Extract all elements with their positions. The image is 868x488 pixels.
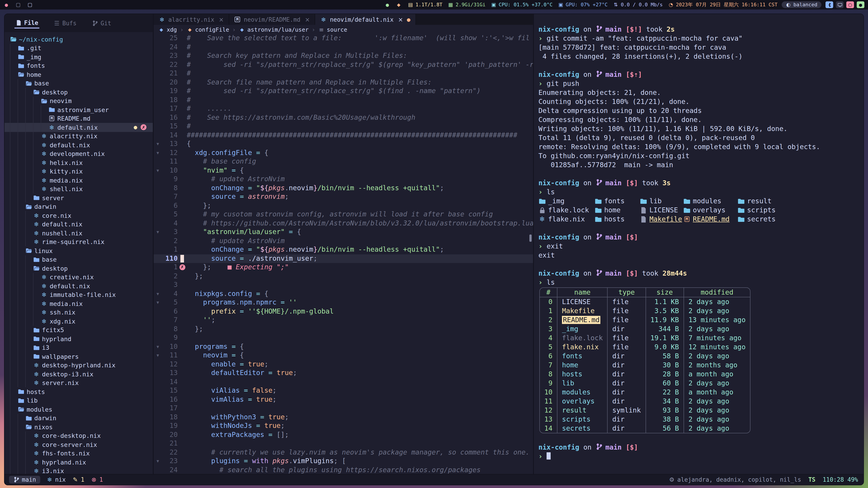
editor-line[interactable]: 12 enable = true;: [154, 360, 533, 369]
dot-icon[interactable]: ●: [384, 2, 390, 7]
editor-line[interactable]: ▾5 programs.npm.npmrc = '': [154, 298, 533, 307]
editor-line[interactable]: ▾3 "astronvim/lua/user" = {: [154, 228, 533, 236]
tree-item-nixos[interactable]: nixos: [4, 422, 153, 431]
explorer-tree[interactable]: ~/nix-config.git_imgfontshomebasedesktop…: [4, 32, 153, 474]
breadcrumb-segment[interactable]: ≡source: [318, 26, 347, 33]
editor-line[interactable]: 7 '';: [154, 316, 533, 325]
editor-line[interactable]: 16 vimAlias = true;: [154, 395, 533, 404]
tree-item-darwin[interactable]: darwin: [4, 202, 153, 211]
editor-line[interactable]: 22# sed -ri "s/pattern_str/replace_str/g…: [154, 60, 533, 69]
fold-chevron-icon[interactable]: ▾: [154, 298, 162, 307]
tree-item-rime-squirrel.nix[interactable]: ❄rime-squirrel.nix: [4, 237, 153, 246]
editor-line[interactable]: ▾4 nixpkgs.config = {: [154, 289, 533, 298]
editor-line[interactable]: 15#: [154, 122, 533, 131]
module-cpu[interactable]: ▣CPU: 01.5% +37.0°C: [491, 1, 553, 8]
editor-line[interactable]: 19 withNodeJs = true;: [154, 422, 533, 430]
tree-item-neovim[interactable]: neovim: [4, 96, 153, 105]
editor-line[interactable]: 110 source = ./astronvim_user;: [154, 254, 533, 263]
tree-item-desktop[interactable]: desktop: [4, 88, 153, 96]
editor-line[interactable]: 17# ......: [154, 104, 533, 113]
explorer-tab-git[interactable]: Git: [91, 18, 112, 28]
tree-item-shell.nix[interactable]: ❄shell.nix: [4, 185, 153, 193]
fold-chevron-icon[interactable]: ▾: [154, 228, 162, 236]
editor-line[interactable]: 19# sed -ri "s/pattern_str/replace_str/g…: [154, 87, 533, 96]
tree-item-development.nix[interactable]: ❄development.nix: [4, 149, 153, 158]
fold-chevron-icon[interactable]: ▾: [154, 289, 162, 298]
tree-item-desktop-i3.nix[interactable]: ❄desktop-i3.nix: [4, 369, 153, 379]
tree-item-linux[interactable]: linux: [4, 246, 153, 255]
tray-dot-button[interactable]: ●: [857, 1, 864, 8]
editor-line[interactable]: 14: [154, 378, 533, 386]
fold-chevron-icon[interactable]: ▾: [154, 140, 162, 149]
tree-item-desktop-hyprland.nix[interactable]: ❄desktop-hyprland.nix: [4, 361, 153, 369]
editor-line[interactable]: 1 onChange = "${pkgs.neovim}/bin/nvim --…: [154, 246, 533, 254]
buffer-tab-neovim/default.nix[interactable]: ❄neovim/default.nix×●: [315, 14, 416, 25]
editor-line[interactable]: 11 # base config: [154, 157, 533, 166]
editor-line[interactable]: 14######################################…: [154, 131, 533, 140]
tree-item-fcitx5[interactable]: fcitx5: [4, 326, 153, 334]
editor-line[interactable]: 15 viAlias = false;: [154, 386, 533, 395]
tree-item-home[interactable]: home: [4, 70, 153, 79]
bluetooth-button[interactable]: [826, 1, 833, 8]
tree-item-base[interactable]: base: [4, 79, 153, 88]
explorer-tab-bufs[interactable]: ☰Bufs: [53, 18, 77, 28]
editor-line[interactable]: 21: [154, 439, 533, 448]
editor-line[interactable]: 4 # https://github.com/AstroNvim/AstroNv…: [154, 219, 533, 228]
tree-item-modules[interactable]: modules: [4, 405, 153, 414]
editor-line[interactable]: ▾10 programs = {: [154, 342, 533, 351]
editor-line[interactable]: 5 # my cusotom astronvim config, astronv…: [154, 210, 533, 219]
editor-line[interactable]: 2 };: [154, 272, 533, 281]
fold-chevron-icon[interactable]: ▾: [154, 149, 162, 157]
tree-item-nushell.nix[interactable]: ❄nushell.nix: [4, 229, 153, 237]
tree-item-fonts[interactable]: fonts: [4, 61, 153, 70]
breadcrumb-segment[interactable]: ◆astronvim/lua/user: [239, 26, 309, 33]
editor-line[interactable]: 25# Save the selected text to a file: ':…: [154, 34, 533, 43]
fold-chevron-icon[interactable]: ▾: [154, 351, 162, 360]
module-datetime[interactable]: ◔2023年 07月 29日 星期六 16:16:11 CST: [668, 1, 778, 8]
tree-item-i3[interactable]: i3: [4, 343, 153, 352]
module-memory[interactable]: ▦2.9Gi/31Gi: [448, 1, 486, 8]
tree-item-core-server.nix[interactable]: ❄core-server.nix: [4, 440, 153, 449]
tree-item-media.nix[interactable]: ❄media.nix: [4, 176, 153, 185]
tree-item-_img[interactable]: _img: [4, 53, 153, 61]
editor-line[interactable]: 6 prefix = ''${HOME}/.npm-global: [154, 307, 533, 316]
editor-line[interactable]: ▾11 neovim = {: [154, 351, 533, 360]
editor-line[interactable]: 8 };: [154, 325, 533, 333]
explorer-tab-file[interactable]: File: [14, 18, 39, 28]
module-gpu[interactable]: ▣GPU: 07% +27°C: [558, 1, 608, 8]
editor-line[interactable]: 17: [154, 404, 533, 413]
close-icon[interactable]: ×: [398, 16, 403, 23]
tree-item-wallpapers[interactable]: wallpapers: [4, 352, 153, 361]
tree-item-ssh.nix[interactable]: ❄ssh.nix: [4, 308, 153, 317]
close-icon[interactable]: ×: [219, 16, 224, 23]
winsq-icon[interactable]: ▢: [27, 2, 33, 8]
tree-item-immutable-file.nix[interactable]: ❄immutable-file.nix: [4, 290, 153, 299]
editor-line[interactable]: 8 onChange = "${pkgs.neovim}/bin/nvim --…: [154, 184, 533, 193]
tree-item-base[interactable]: base: [4, 255, 153, 264]
tree-item-astronvim_user[interactable]: astronvim_user: [4, 105, 153, 114]
breadcrumb-segment[interactable]: ◆configFile: [187, 26, 229, 33]
editor-line[interactable]: 2 # update AstroNvim: [154, 236, 533, 246]
tree-item-~/nix-config[interactable]: ~/nix-config: [4, 35, 153, 43]
fold-chevron-icon[interactable]: ▾: [154, 457, 162, 466]
tree-item-server[interactable]: server: [4, 193, 153, 202]
tree-item-desktop[interactable]: desktop: [4, 264, 153, 273]
editor-line[interactable]: 6 };: [154, 201, 533, 210]
tree-item-xdg.nix[interactable]: ❄xdg.nix: [4, 317, 153, 326]
editor-line[interactable]: 24#: [154, 43, 533, 52]
tree-item-default.nix[interactable]: ❄default.nix●✗: [4, 123, 153, 132]
module-network[interactable]: ⇅0.0 / 0.0 Mb/s: [613, 1, 663, 8]
tree-item-hosts[interactable]: hosts: [4, 387, 153, 396]
editor-line[interactable]: 20 extraPackages = [];: [154, 430, 533, 439]
fold-chevron-icon[interactable]: ▾: [154, 342, 162, 351]
tree-item-darwin[interactable]: darwin: [4, 414, 153, 422]
tree-item-core-desktop.nix[interactable]: ❄core-desktop.nix: [4, 431, 153, 440]
editor-line[interactable]: 18 withPython3 = true;: [154, 413, 533, 422]
tree-item-kitty.nix[interactable]: ❄kitty.nix: [4, 167, 153, 176]
tree-item-i3.nix[interactable]: ❄i3.nix: [4, 466, 153, 474]
editor-line[interactable]: 7 source = astronvim;: [154, 193, 533, 201]
breadcrumb-segment[interactable]: ◆xdg: [158, 26, 177, 33]
tree-item-helix.nix[interactable]: ❄helix.nix: [4, 158, 153, 167]
editor-line[interactable]: ▾13{: [154, 140, 533, 149]
tree-item-creative.nix[interactable]: ❄creative.nix: [4, 273, 153, 282]
